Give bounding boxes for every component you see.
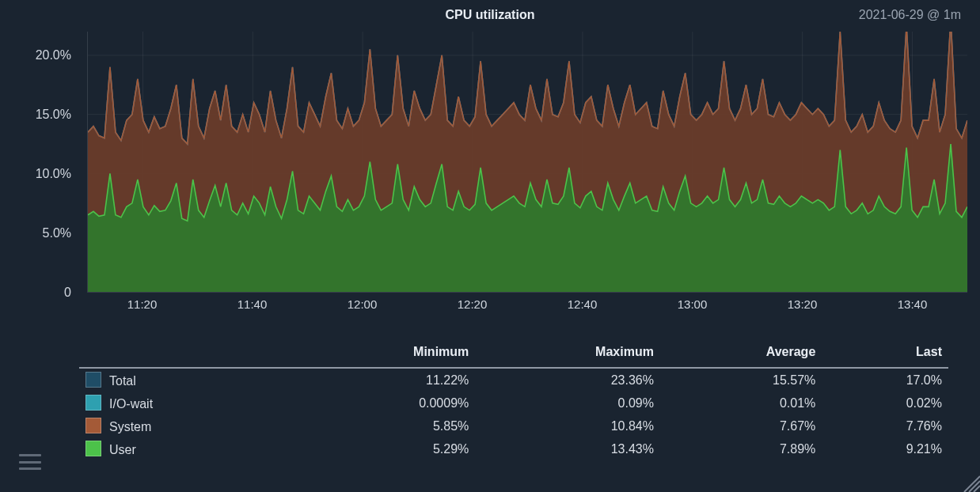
stat-avg: 7.89% (660, 437, 822, 460)
table-body: Total11.22%23.36%15.57%17.0%I/O-wait0.00… (79, 368, 948, 460)
series-label: Total (109, 374, 136, 388)
x-tick-label: 11:40 (237, 297, 268, 311)
table-row[interactable]: Total11.22%23.36%15.57%17.0% (79, 368, 948, 392)
chart: 05.0%10.0%15.0%20.0% 11:2011:4012:0012:2… (0, 32, 971, 316)
table-row[interactable]: System5.85%10.84%7.67%7.76% (79, 414, 948, 437)
y-tick-label: 0 (64, 286, 71, 300)
series-label: I/O-wait (109, 397, 153, 411)
stat-min: 0.0009% (298, 392, 475, 414)
x-tick-label: 12:20 (458, 297, 488, 311)
x-tick-label: 13:00 (678, 297, 708, 311)
panel-title: CPU utilization (0, 8, 980, 22)
plot-area[interactable] (87, 32, 967, 293)
x-tick-label: 12:40 (568, 297, 598, 311)
series-label: User (109, 443, 136, 456)
stat-last: 0.02% (822, 392, 948, 414)
color-swatch-icon (85, 418, 101, 433)
stat-min: 5.85% (298, 414, 475, 437)
resize-grip-icon[interactable] (959, 471, 980, 492)
panel: CPU utilization 2021-06-29 @ 1m 05.0%10.… (0, 0, 980, 492)
table-header-row: MinimumMaximumAverageLast (79, 340, 948, 368)
table-row[interactable]: I/O-wait0.0009%0.09%0.01%0.02% (79, 392, 948, 414)
color-swatch-icon (85, 395, 101, 411)
stat-last: 17.0% (822, 368, 948, 392)
time-range-label: 2021-06-29 @ 1m (859, 8, 961, 22)
legend-table: MinimumMaximumAverageLast Total11.22%23.… (79, 340, 948, 460)
color-swatch-icon (85, 372, 101, 388)
series-label-cell[interactable]: I/O-wait (79, 392, 298, 414)
stat-min: 5.29% (298, 437, 475, 460)
y-tick-label: 20.0% (36, 48, 71, 62)
stat-last: 7.76% (822, 414, 948, 437)
hamburger-icon[interactable] (19, 454, 41, 470)
color-swatch-icon (85, 441, 101, 456)
table-row[interactable]: User5.29%13.43%7.89%9.21% (79, 437, 948, 460)
x-tick-label: 12:00 (348, 297, 378, 311)
col-last[interactable]: Last (822, 340, 948, 368)
col-average[interactable]: Average (660, 340, 822, 368)
x-tick-label: 13:20 (788, 297, 818, 311)
y-tick-label: 5.0% (43, 226, 71, 240)
stat-max: 13.43% (475, 437, 660, 460)
stat-avg: 7.67% (660, 414, 822, 437)
y-tick-label: 15.0% (36, 108, 71, 122)
x-tick-label: 11:20 (127, 297, 158, 311)
stat-max: 23.36% (475, 368, 660, 392)
x-tick-label: 13:40 (898, 297, 928, 311)
series-label-cell[interactable]: User (79, 437, 298, 460)
stat-max: 0.09% (475, 392, 660, 414)
stat-max: 10.84% (475, 414, 660, 437)
stat-min: 11.22% (298, 368, 475, 392)
stat-avg: 15.57% (660, 368, 822, 392)
x-axis: 11:2011:4012:0012:2012:4013:0013:2013:40 (87, 293, 967, 316)
y-axis: 05.0%10.0%15.0%20.0% (0, 32, 79, 293)
col-minimum[interactable]: Minimum (298, 340, 475, 368)
stat-last: 9.21% (822, 437, 948, 460)
series-label: System (109, 420, 151, 433)
y-tick-label: 10.0% (36, 167, 71, 181)
col-maximum[interactable]: Maximum (475, 340, 660, 368)
series-label-cell[interactable]: System (79, 414, 298, 437)
series-label-cell[interactable]: Total (79, 368, 298, 392)
col-series[interactable] (79, 340, 298, 368)
stat-avg: 0.01% (660, 392, 822, 414)
